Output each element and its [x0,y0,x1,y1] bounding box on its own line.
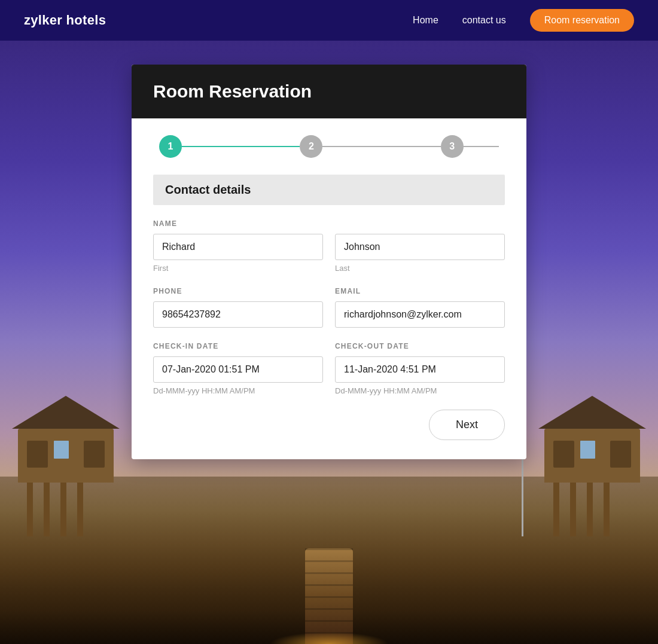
step-line-2-3 [322,146,440,147]
phone-email-row: PHONE EMAIL [153,287,505,328]
next-button[interactable]: Next [429,410,505,440]
first-name-group: First [153,234,323,273]
checkin-hint: Dd-MMM-yyy HH:MM AM/PM [153,386,323,395]
name-field-row: First Last [153,234,505,273]
last-name-group: Last [335,234,505,273]
step-1[interactable]: 1 [159,135,182,158]
navbar: zylker hotels Home contact us Room reser… [0,0,658,41]
dock [305,548,353,644]
section-heading: Contact details [153,175,505,205]
step-line-3-end [464,146,499,147]
form-body: 1 2 3 Contact details NAME First Last [132,118,526,459]
step-2[interactable]: 2 [300,135,322,158]
phone-input[interactable] [153,301,323,328]
nav-contact[interactable]: contact us [462,15,506,26]
email-label: EMAIL [335,287,505,295]
form-header: Room Reservation [132,65,526,118]
step-line-1-2 [182,146,300,147]
reservation-form-card: Room Reservation 1 2 3 Contact details N… [132,65,526,459]
room-reservation-button[interactable]: Room reservation [530,9,634,32]
last-name-input[interactable] [335,234,505,260]
step-indicator: 1 2 3 [153,135,505,158]
checkout-group: CHECK-OUT DATE Dd-MMM-yyy HH:MM AM/PM [335,342,505,395]
last-name-hint: Last [335,264,505,273]
nav-links: Home contact us Room reservation [413,9,634,32]
checkin-group: CHECK-IN DATE Dd-MMM-yyy HH:MM AM/PM [153,342,323,395]
phone-label: PHONE [153,287,323,295]
brand-logo: zylker hotels [24,13,106,28]
checkout-label: CHECK-OUT DATE [335,342,505,350]
checkout-hint: Dd-MMM-yyy HH:MM AM/PM [335,386,505,395]
dates-row: CHECK-IN DATE Dd-MMM-yyy HH:MM AM/PM CHE… [153,342,505,395]
email-group: EMAIL [335,287,505,328]
phone-group: PHONE [153,287,323,328]
email-input[interactable] [335,301,505,328]
checkout-input[interactable] [335,356,505,383]
next-button-row: Next [153,410,505,440]
step-3[interactable]: 3 [441,135,464,158]
first-name-input[interactable] [153,234,323,260]
checkin-label: CHECK-IN DATE [153,342,323,350]
nav-home[interactable]: Home [413,15,438,26]
form-title: Room Reservation [153,81,505,102]
name-label: NAME [153,219,505,228]
first-name-hint: First [153,264,323,273]
checkin-input[interactable] [153,356,323,383]
